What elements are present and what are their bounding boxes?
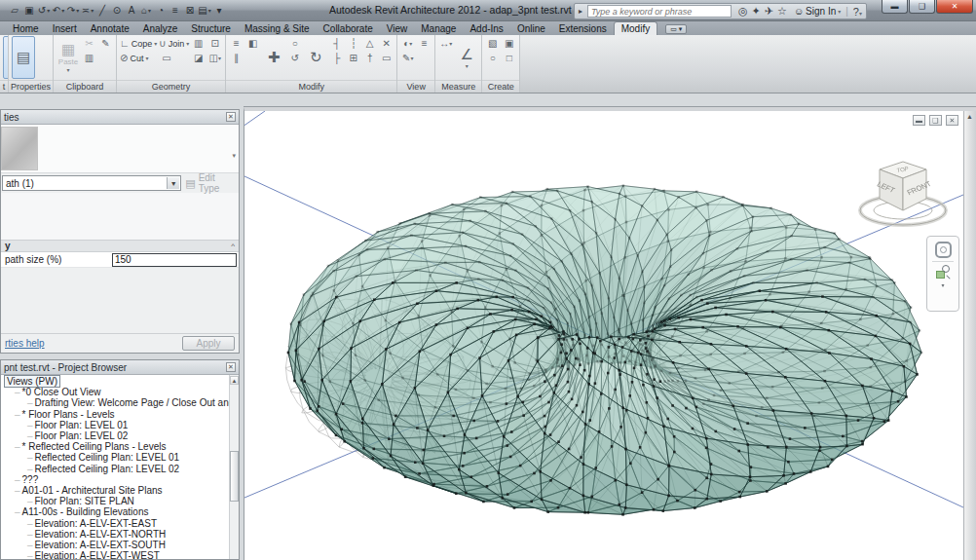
cope-button[interactable]: ∟Cope▾ [120,36,157,51]
dimension-icon[interactable]: ≍▾ [81,3,94,18]
close-icon[interactable]: ✕ [226,362,236,372]
close-hidden-windows-icon[interactable]: ⊠ [183,3,197,18]
create-parts-icon[interactable]: □ [502,51,516,65]
paint-icon[interactable]: ◪ [191,51,206,65]
join-button[interactable]: ∪Join▾ [159,36,189,51]
search-input[interactable] [587,5,732,18]
scroll-up-icon[interactable]: ▲ [230,376,239,385]
split-icon[interactable]: ┆ [346,36,360,51]
tree-item[interactable]: * Floor Plans - Levels [1,409,239,420]
tree-item[interactable]: Elevation: A-ELV-EXT-WEST [1,550,239,559]
aligned-dimension-icon[interactable]: ↔▾ [438,36,453,51]
viewport-right-strip[interactable]: ▲ [963,111,976,560]
save-icon[interactable]: ▣ [22,3,36,18]
chevron-down-icon[interactable]: ▼ [167,177,179,189]
create-similar-icon[interactable]: ○ [485,51,500,65]
tree-item[interactable]: A01-01 - Architectural Site Plans [1,485,239,496]
copy-tool-icon[interactable]: ○ [287,36,302,51]
chevron-down-icon[interactable]: ▾ [232,152,236,160]
chevron-down-icon[interactable]: ▾ [838,8,841,15]
create-group-icon[interactable]: ▧ [485,36,500,51]
sign-in-button[interactable]: ☺ Sign In ▾ [794,6,841,17]
properties-palette-button[interactable]: ▤ [12,36,35,79]
ribbon-state-toggle[interactable]: ▭▾ [665,24,687,34]
extend-icon[interactable]: ├ [329,51,344,65]
tree-scrollbar[interactable]: ▲ [229,375,239,559]
default-3d-view-icon[interactable]: ⌂▾ [139,3,153,18]
maximize-button[interactable]: ❑ [909,0,935,14]
tree-item[interactable]: Floor Plan: LEVEL 01 [1,420,239,430]
cut-geometry-button[interactable]: ⊘Cut▾ [120,51,148,65]
array-icon[interactable]: ⊞ [346,51,360,65]
copy-icon[interactable]: ▥ [82,51,96,65]
tree-item[interactable]: Drafting View: Welcome Page / Close Out … [1,397,239,408]
tab-massing-site[interactable]: Massing & Site [238,22,317,35]
scroll-up-icon[interactable]: ▲ [966,113,973,120]
detail-line-icon[interactable]: ╱ [95,3,109,18]
rotate-button[interactable]: ↻ [304,36,327,79]
parameter-value-field[interactable] [112,253,237,267]
close-icon[interactable]: ✕ [226,112,236,122]
tree-item[interactable]: * Reflected Ceiling Plans - Levels [1,441,239,452]
tab-online[interactable]: Online [510,22,552,35]
tree-item[interactable]: Reflected Ceiling Plan: LEVEL 02 [1,464,239,474]
redo-icon[interactable]: ↷▾ [66,3,80,18]
scrollbar-thumb[interactable] [230,451,239,502]
tab-modify[interactable]: Modify [614,21,657,35]
offset-icon[interactable]: ∥ [229,51,244,65]
drawing-area[interactable]: ▬ ❑ ✕ TOP LEFT FRONT ▾ ▲ [244,107,976,560]
edit-type-button[interactable]: ▤ Edit Type [185,172,238,194]
switch-windows-icon[interactable]: ▤▾ [198,3,211,18]
thin-lines-toggle-icon[interactable]: ≡ [417,36,432,51]
tab-insert[interactable]: Insert [46,22,84,35]
tab-add-ins[interactable]: Add-Ins [463,22,509,35]
scale-icon[interactable]: △ [362,36,377,51]
tab-view[interactable]: View [380,22,415,35]
move-button[interactable]: ✚ [262,36,285,79]
tree-item[interactable]: Elevation: A-ELV-EXT-SOUTH [1,540,239,550]
tree-item[interactable]: Views (PW) [1,376,239,387]
search-icon[interactable]: ◎ [738,5,748,17]
view-close-button[interactable]: ✕ [946,115,958,126]
tree-item[interactable]: ??? [1,474,239,485]
thin-lines-icon[interactable]: ≡ [169,3,182,18]
measure-button[interactable]: ∠▾ [455,36,478,79]
communication-center-icon[interactable]: ✈ [765,5,773,17]
text-icon[interactable]: A [125,3,138,18]
view-minimize-button[interactable]: ▬ [913,115,925,126]
steering-wheel-icon[interactable] [935,242,952,258]
match-type-icon[interactable]: ✎ [98,36,113,51]
subscription-center-icon[interactable]: ✦ [752,5,761,17]
override-graphics-icon[interactable]: ◐▾ [400,36,415,51]
tree-item[interactable]: Elevation: A-ELV-EXT-EAST [1,518,239,529]
sync-icon[interactable]: ↺▾ [37,3,51,18]
paste-button[interactable]: ▦Paste▾ [56,36,80,79]
open-icon[interactable]: ▱ [8,3,21,18]
split-face-icon[interactable]: ◫▾ [207,51,222,65]
tab-home[interactable]: Home [6,22,46,35]
help-button[interactable]: ?▾ [853,6,862,18]
view-restore-button[interactable]: ❑ [929,115,942,126]
tab-collaborate[interactable]: Collaborate [317,22,380,35]
pin-icon[interactable]: † [362,51,377,65]
unjoin-icon[interactable]: ▭ [379,51,394,65]
tree-item[interactable]: A11-00s - Building Elevations [1,506,239,517]
delete-icon[interactable]: ✕ [379,36,394,51]
create-assembly-icon[interactable]: ▣ [502,36,516,51]
tree-item[interactable]: *0 Close Out View [1,387,239,397]
infocenter-toggle-icon[interactable]: ▸ [579,7,582,16]
minimize-button[interactable]: ▬ [882,0,908,14]
rotate-small-icon[interactable]: ↺ [287,51,302,65]
tab-analyze[interactable]: Analyze [136,22,185,35]
viewcube[interactable]: TOP LEFT FRONT [856,148,950,242]
tree-item[interactable]: Elevation: A-ELV-EXT-NORTH [1,529,239,540]
tab-extensions[interactable]: Extensions [552,22,614,35]
parameter-group-header[interactable]: y ^ [1,240,239,252]
trim-icon[interactable]: ┤ [329,36,344,51]
apply-button[interactable]: Apply [182,336,235,351]
wall-joins-icon[interactable]: ▥ [191,36,206,51]
tab-manage[interactable]: Manage [414,22,463,35]
collapse-icon[interactable]: ^ [231,242,235,250]
type-selector[interactable]: ath (1) ▼ [2,175,181,191]
project-browser-title-bar[interactable]: pnt test.rvt - Project Browser ✕ [1,360,239,375]
